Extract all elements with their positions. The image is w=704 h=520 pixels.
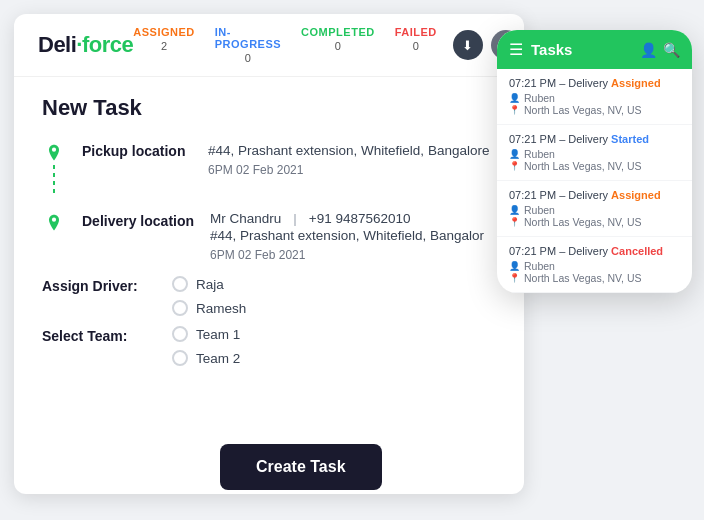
tab-inprogress[interactable]: IN-PROGRESS 0 — [215, 26, 281, 64]
main-card: Deli·force ASSIGNED 2 IN-PROGRESS 0 COMP… — [14, 14, 524, 494]
delivery-contact-name: Mr Chandru — [210, 211, 281, 226]
person-icon: 👤 — [509, 261, 520, 271]
team-radio-1[interactable] — [172, 326, 188, 342]
delivery-pin-icon — [44, 213, 64, 233]
task-time: 07:21 PM – Delivery Started — [509, 133, 680, 145]
pickup-section: Pickup location #44, Prashant extension,… — [42, 141, 496, 197]
task-time: 07:21 PM – Delivery Assigned — [509, 189, 680, 201]
team-option-1[interactable]: Team 1 — [172, 326, 240, 342]
task-location: 📍 North Las Vegas, NV, US — [509, 160, 680, 172]
task-person: 👤 Ruben — [509, 204, 680, 216]
task-time-text: 07:21 PM – Delivery — [509, 77, 608, 89]
pickup-value: #44, Prashant extension, Whitefield, Ban… — [208, 141, 489, 177]
hamburger-icon[interactable]: ☰ — [509, 40, 523, 59]
task-location-text: North Las Vegas, NV, US — [524, 272, 642, 284]
person-icon: 👤 — [509, 205, 520, 215]
driver-option-ramesh[interactable]: Ramesh — [172, 300, 246, 316]
mobile-panel: ☰ Tasks 👤 🔍 07:21 PM – Delivery Assigned… — [497, 30, 692, 293]
delivery-section: Delivery location Mr Chandru | +91 94875… — [42, 211, 496, 262]
task-time-text: 07:21 PM – Delivery — [509, 245, 608, 257]
mobile-header-icons: 👤 🔍 — [640, 42, 680, 58]
task-item[interactable]: 07:21 PM – Delivery Cancelled 👤 Ruben 📍 … — [497, 237, 692, 293]
task-location-text: North Las Vegas, NV, US — [524, 216, 642, 228]
location-connector — [53, 165, 55, 195]
mobile-title: Tasks — [531, 41, 632, 58]
select-team-section: Select Team: Team 1 Team 2 — [42, 326, 496, 366]
tab-completed-label: COMPLETED — [301, 26, 375, 38]
pickup-icon-col — [42, 141, 66, 197]
delivery-datetime: 6PM 02 Feb 2021 — [210, 248, 484, 262]
delivery-contact-phone: +91 9487562010 — [309, 211, 411, 226]
team-option-2[interactable]: Team 2 — [172, 350, 240, 366]
team-radio-2[interactable] — [172, 350, 188, 366]
task-location-text: North Las Vegas, NV, US — [524, 160, 642, 172]
page-title: New Task — [42, 95, 496, 121]
driver-radio-raja[interactable] — [172, 276, 188, 292]
task-person-name: Ruben — [524, 260, 555, 272]
task-person: 👤 Ruben — [509, 92, 680, 104]
svg-point-1 — [52, 218, 56, 222]
delivery-field-label: Delivery location — [82, 211, 194, 229]
assign-driver-section: Assign Driver: Raja Ramesh — [42, 276, 496, 316]
task-person: 👤 Ruben — [509, 148, 680, 160]
team-1-label: Team 1 — [196, 327, 240, 342]
task-time-text: 07:21 PM – Delivery — [509, 133, 608, 145]
driver-option-raja[interactable]: Raja — [172, 276, 246, 292]
location-icon: 📍 — [509, 105, 520, 115]
task-person-name: Ruben — [524, 92, 555, 104]
delivery-address: #44, Prashant extension, Whitefield, Ban… — [210, 226, 484, 246]
tab-failed-label: FAILED — [395, 26, 437, 38]
task-location: 📍 North Las Vegas, NV, US — [509, 216, 680, 228]
tab-failed[interactable]: FAILED 0 — [395, 26, 437, 52]
person-icon: 👤 — [509, 93, 520, 103]
task-person: 👤 Ruben — [509, 260, 680, 272]
create-task-button[interactable]: Create Task — [220, 444, 382, 490]
tab-assigned-label: ASSIGNED — [133, 26, 194, 38]
tab-failed-count: 0 — [413, 40, 419, 52]
task-list: 07:21 PM – Delivery Assigned 👤 Ruben 📍 N… — [497, 69, 692, 293]
person-icon: 👤 — [509, 149, 520, 159]
download-button[interactable]: ⬇ — [453, 30, 483, 60]
download-icon: ⬇ — [462, 38, 473, 53]
logo: Deli·force — [38, 32, 133, 58]
delivery-value: Mr Chandru | +91 9487562010 #44, Prashan… — [210, 211, 484, 262]
task-status: Cancelled — [611, 245, 663, 257]
pickup-label: Pickup location — [82, 141, 192, 159]
tab-completed-count: 0 — [335, 40, 341, 52]
mobile-header: ☰ Tasks 👤 🔍 — [497, 30, 692, 69]
assign-driver-label: Assign Driver: — [42, 276, 172, 294]
tab-completed[interactable]: COMPLETED 0 — [301, 26, 375, 52]
task-time: 07:21 PM – Delivery Assigned — [509, 77, 680, 89]
task-person-name: Ruben — [524, 204, 555, 216]
delivery-label: Delivery location — [82, 211, 194, 229]
task-time-text: 07:21 PM – Delivery — [509, 189, 608, 201]
pickup-field-label: Pickup location — [82, 141, 192, 159]
tab-inprogress-count: 0 — [245, 52, 251, 64]
task-location-text: North Las Vegas, NV, US — [524, 104, 642, 116]
task-person-name: Ruben — [524, 148, 555, 160]
mobile-person-icon[interactable]: 👤 — [640, 42, 657, 58]
driver-ramesh-label: Ramesh — [196, 301, 246, 316]
driver-raja-label: Raja — [196, 277, 224, 292]
tab-assigned[interactable]: ASSIGNED 2 — [133, 26, 194, 52]
delivery-icon-col — [42, 211, 66, 233]
task-item[interactable]: 07:21 PM – Delivery Started 👤 Ruben 📍 No… — [497, 125, 692, 181]
driver-radio-group: Raja Ramesh — [172, 276, 246, 316]
nav-tabs: ASSIGNED 2 IN-PROGRESS 0 COMPLETED 0 FAI… — [133, 26, 437, 64]
task-status: Started — [611, 133, 649, 145]
mobile-search-icon[interactable]: 🔍 — [663, 42, 680, 58]
delivery-contact: Mr Chandru | +91 9487562010 — [210, 211, 484, 226]
page-content: New Task Pickup location #44, Prashant e… — [14, 77, 524, 396]
tab-assigned-count: 2 — [161, 40, 167, 52]
team-2-label: Team 2 — [196, 351, 240, 366]
task-item[interactable]: 07:21 PM – Delivery Assigned 👤 Ruben 📍 N… — [497, 69, 692, 125]
task-status: Assigned — [611, 77, 661, 89]
task-location: 📍 North Las Vegas, NV, US — [509, 272, 680, 284]
driver-radio-ramesh[interactable] — [172, 300, 188, 316]
task-time: 07:21 PM – Delivery Cancelled — [509, 245, 680, 257]
nav-bar: Deli·force ASSIGNED 2 IN-PROGRESS 0 COMP… — [14, 14, 524, 77]
tab-inprogress-label: IN-PROGRESS — [215, 26, 281, 50]
task-item[interactable]: 07:21 PM – Delivery Assigned 👤 Ruben 📍 N… — [497, 181, 692, 237]
logo-force: force — [82, 32, 133, 57]
team-radio-group: Team 1 Team 2 — [172, 326, 240, 366]
